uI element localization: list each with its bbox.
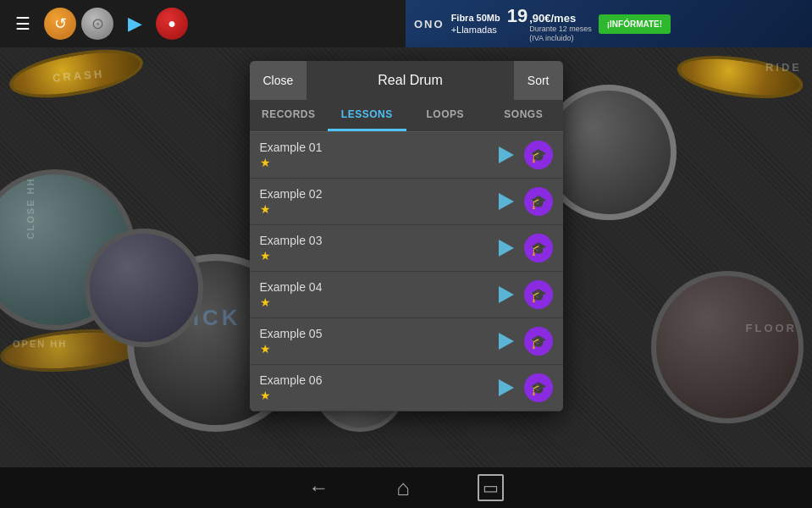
- play-triangle-icon: [499, 240, 514, 257]
- lesson-item[interactable]: Example 05★🎓: [250, 318, 563, 365]
- record-icon: ⊙: [91, 14, 104, 33]
- home-button[interactable]: ⌂: [396, 475, 410, 501]
- lesson-open-button[interactable]: 🎓: [524, 373, 553, 402]
- lesson-name: Example 01: [260, 141, 494, 154]
- refresh-icon: ↺: [54, 14, 67, 33]
- back-button[interactable]: ←: [308, 476, 329, 500]
- lesson-open-button[interactable]: 🎓: [524, 280, 553, 309]
- play-icon: ▶: [128, 13, 142, 35]
- ad-logo: ONO: [414, 18, 445, 30]
- lesson-star: ★: [260, 342, 494, 356]
- top-toolbar: ☰ ↺ ⊙ ▶ ● ONO Fibra 50Mb +Llamadas 19 ,9…: [0, 0, 812, 47]
- lesson-item[interactable]: Example 06★🎓: [250, 365, 563, 411]
- tab-songs[interactable]: SONGS: [484, 100, 563, 131]
- bottom-nav: ← ⌂ ▭: [0, 467, 812, 508]
- lesson-open-button[interactable]: 🎓: [524, 234, 553, 262]
- modal-sort-button[interactable]: Sort: [514, 61, 563, 100]
- lesson-actions: 🎓: [494, 280, 553, 309]
- ad-banner[interactable]: ONO Fibra 50Mb +Llamadas 19 ,90€/mes Dur…: [406, 0, 812, 47]
- modal-title: Real Drum: [307, 73, 514, 88]
- tab-loops[interactable]: LOOPS: [406, 100, 485, 131]
- play-triangle-icon: [499, 193, 514, 210]
- lesson-item[interactable]: Example 02★🎓: [250, 179, 563, 225]
- modal-close-button[interactable]: Close: [250, 61, 307, 100]
- lesson-play-button[interactable]: [494, 375, 519, 400]
- lesson-open-button[interactable]: 🎓: [524, 327, 553, 356]
- lesson-play-button[interactable]: [494, 282, 519, 307]
- stop-button[interactable]: ●: [156, 8, 188, 40]
- lesson-actions: 🎓: [494, 187, 553, 216]
- ad-price-block: 19 ,90€/mes Durante 12 meses (IVA inclui…: [507, 5, 592, 43]
- lesson-open-button[interactable]: 🎓: [524, 141, 553, 169]
- ad-line2: +Llamadas: [451, 24, 500, 36]
- lesson-actions: 🎓: [494, 141, 553, 169]
- lesson-name: Example 02: [260, 187, 494, 201]
- ad-price-sub2: (IVA incluido): [529, 34, 592, 43]
- ad-price-decimal: ,90€/mes: [529, 12, 592, 25]
- lesson-open-button[interactable]: 🎓: [524, 187, 553, 216]
- lesson-actions: 🎓: [494, 373, 553, 402]
- refresh-button[interactable]: ↺: [44, 8, 76, 40]
- ad-price-sub1: Durante 12 meses: [529, 25, 592, 34]
- menu-button[interactable]: ☰: [7, 8, 39, 40]
- menu-icon: ☰: [15, 14, 30, 34]
- lesson-star: ★: [260, 295, 494, 309]
- lesson-play-button[interactable]: [494, 142, 519, 168]
- tab-records[interactable]: RECORDS: [250, 100, 329, 131]
- lesson-name: Example 03: [260, 234, 494, 247]
- lesson-star: ★: [260, 156, 494, 169]
- lesson-name: Example 05: [260, 327, 494, 340]
- lesson-actions: 🎓: [494, 327, 553, 356]
- play-triangle-icon: [499, 333, 514, 350]
- lesson-play-button[interactable]: [494, 189, 519, 214]
- play-triangle-icon: [499, 146, 514, 163]
- lesson-item[interactable]: Example 04★🎓: [250, 272, 563, 318]
- recents-button[interactable]: ▭: [478, 474, 504, 501]
- ad-cta-button[interactable]: ¡INFÓRMATE!: [599, 14, 671, 34]
- lesson-item[interactable]: Example 03★🎓: [250, 225, 563, 272]
- lesson-star: ★: [260, 249, 494, 262]
- lesson-play-button[interactable]: [494, 235, 519, 261]
- record-button[interactable]: ⊙: [81, 8, 113, 40]
- modal-header: Close Real Drum Sort: [250, 61, 563, 100]
- real-drum-modal: Close Real Drum Sort RECORDS LESSONS LOO…: [250, 61, 563, 411]
- lesson-play-button[interactable]: [494, 329, 519, 354]
- lesson-star: ★: [260, 202, 494, 216]
- stop-icon: ●: [168, 16, 176, 31]
- ad-text-block: Fibra 50Mb +Llamadas: [451, 12, 500, 36]
- play-button[interactable]: ▶: [119, 8, 151, 40]
- play-triangle-icon: [499, 286, 514, 303]
- lesson-name: Example 04: [260, 280, 494, 294]
- ad-price-main: 19: [507, 5, 528, 27]
- lesson-star: ★: [260, 389, 494, 402]
- play-triangle-icon: [499, 379, 514, 396]
- lesson-item[interactable]: Example 01★🎓: [250, 132, 563, 179]
- ad-line1: Fibra 50Mb: [451, 12, 500, 24]
- lesson-actions: 🎓: [494, 234, 553, 262]
- modal-overlay: Close Real Drum Sort RECORDS LESSONS LOO…: [0, 47, 812, 467]
- lesson-list: Example 01★🎓Example 02★🎓Example 03★🎓Exam…: [250, 132, 563, 411]
- lesson-name: Example 06: [260, 373, 494, 387]
- tab-lessons[interactable]: LESSONS: [328, 100, 406, 131]
- modal-tabs: RECORDS LESSONS LOOPS SONGS: [250, 100, 563, 132]
